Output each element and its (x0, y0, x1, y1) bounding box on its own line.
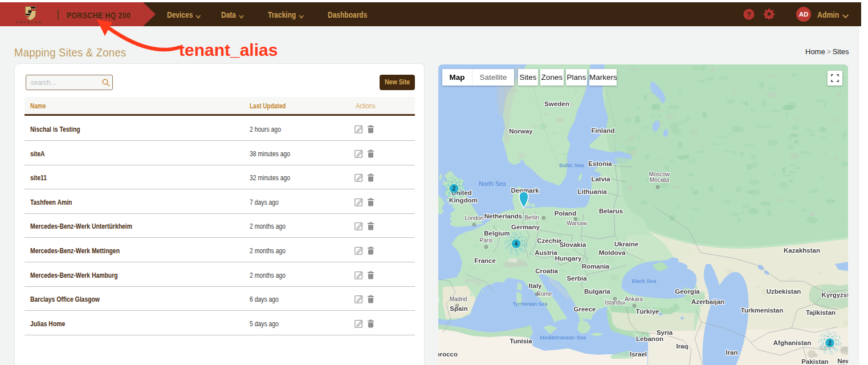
svg-text:Belgium: Belgium (484, 230, 510, 237)
svg-text:Baltic Sea: Baltic Sea (560, 162, 584, 168)
svg-text:Warsaw: Warsaw (567, 220, 588, 226)
svg-text:Norway: Norway (509, 128, 533, 135)
svg-text:Afghanistan: Afghanistan (773, 339, 811, 346)
svg-text:4: 4 (515, 241, 518, 247)
svg-text:Poland: Poland (555, 210, 576, 217)
svg-text:Türkiye: Türkiye (636, 308, 659, 315)
svg-text:Ukraine: Ukraine (614, 241, 638, 248)
svg-text:Austria: Austria (535, 249, 557, 256)
svg-text:İstanbul: İstanbul (605, 299, 625, 306)
svg-text:Tyrrhenian Sea: Tyrrhenian Sea (512, 301, 547, 307)
svg-text:Lebanon: Lebanon (636, 335, 663, 342)
svg-text:Morocco: Morocco (438, 351, 458, 358)
svg-text:Spain: Spain (450, 305, 467, 312)
svg-text:Rome: Rome (537, 291, 552, 297)
svg-text:Slovakia: Slovakia (560, 241, 586, 248)
svg-text:Kazakhstan: Kazakhstan (784, 247, 820, 254)
svg-text:2: 2 (453, 185, 456, 192)
svg-text:Kyrgyzsta: Kyrgyzsta (822, 291, 848, 298)
svg-text:Paris: Paris (480, 237, 493, 244)
svg-text:New: New (837, 358, 848, 364)
svg-text:?: ? (747, 10, 751, 19)
svg-text:Italy: Italy (528, 282, 542, 289)
svg-text:Latvia: Latvia (591, 176, 610, 182)
svg-text:Uzbekistan: Uzbekistan (767, 288, 801, 295)
svg-text:Croatia: Croatia (535, 267, 558, 274)
svg-text:Belarus: Belarus (599, 208, 623, 214)
svg-text:Hungary: Hungary (555, 255, 582, 262)
svg-text:Ankara: Ankara (625, 296, 643, 302)
svg-text:Israel: Israel (630, 351, 647, 358)
svg-text:North Sea: North Sea (479, 180, 506, 187)
svg-text:Madrid: Madrid (450, 296, 467, 302)
svg-text:Tunisia: Tunisia (510, 338, 532, 344)
svg-text:Czechia: Czechia (537, 237, 562, 244)
svg-text:France: France (474, 257, 496, 264)
svg-text:Berlin: Berlin (524, 214, 539, 221)
svg-text:Finland: Finland (592, 127, 615, 134)
svg-text:Greece: Greece (573, 306, 596, 313)
svg-text:Turkmenistan: Turkmenistan (741, 307, 784, 314)
svg-text:Netherlands: Netherlands (484, 213, 522, 220)
svg-text:Москва: Москва (650, 177, 670, 183)
svg-text:Sweden: Sweden (544, 100, 569, 107)
svg-text:Estonia: Estonia (588, 160, 612, 167)
svg-text:Pakistan: Pakistan (801, 358, 828, 365)
svg-text:Iraq: Iraq (676, 343, 688, 350)
svg-text:Mediterranean Sea: Mediterranean Sea (540, 334, 587, 340)
svg-text:Azerbaijan: Azerbaijan (691, 298, 724, 305)
svg-text:Germany: Germany (511, 224, 540, 230)
svg-text:London: London (464, 215, 483, 221)
svg-text:Bulgaria: Bulgaria (584, 288, 611, 295)
svg-text:Romania: Romania (582, 263, 610, 270)
svg-text:Lithuania: Lithuania (577, 188, 607, 195)
svg-text:Tajikistan: Tajikistan (806, 309, 836, 316)
svg-text:Moldova: Moldova (599, 249, 626, 256)
svg-text:Black Sea: Black Sea (632, 278, 657, 284)
svg-text:Serbia: Serbia (567, 275, 587, 282)
svg-text:Iran: Iran (726, 349, 737, 356)
svg-text:2: 2 (828, 340, 832, 346)
svg-text:Georgia: Georgia (675, 288, 700, 295)
